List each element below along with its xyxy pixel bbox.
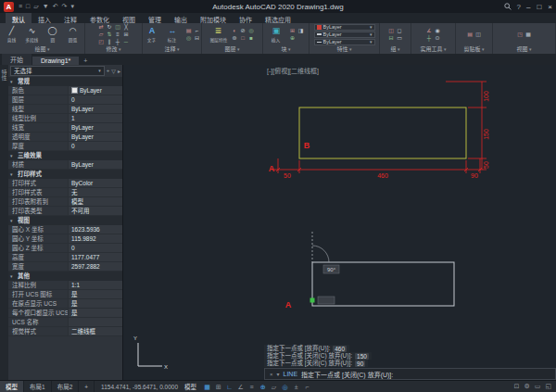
panel-label-layers[interactable]: 图层 [202, 45, 262, 54]
quick-access-icon[interactable]: ↶ [53, 3, 58, 10]
layers-small-icon[interactable]: ■ [247, 34, 256, 42]
annotation-tool-button[interactable]: ↔ 标注 [163, 26, 182, 44]
property-row[interactable]: 图层 0 [8, 95, 122, 105]
ribbon-tab[interactable]: 精选应用 [259, 13, 297, 23]
modify-tool-icon[interactable]: ⇅ [106, 31, 114, 38]
search-icon[interactable] [504, 3, 512, 10]
quick-access-icon[interactable]: ▾ [70, 3, 74, 10]
status-toggle-icon[interactable]: ◎ [280, 381, 290, 392]
ribbon-tab[interactable]: 参数化 [83, 13, 116, 23]
property-row[interactable]: 每个视口都显示 UCS 是 [8, 309, 122, 318]
property-row[interactable]: 打印样式 ByColor [8, 179, 122, 188]
ribbon-tab[interactable]: 协作 [233, 13, 259, 23]
layers-small-icon[interactable]: ◐ [231, 27, 239, 34]
panel-label-modify[interactable]: 修改 [85, 45, 142, 54]
layers-small-icon[interactable]: ◎ [247, 27, 256, 34]
property-row[interactable]: 打印表附着到 模型 [8, 197, 122, 207]
draw-tool-button[interactable]: ╱ 直线 [3, 26, 21, 44]
block-small-icon[interactable]: ⊞ [288, 27, 297, 34]
property-row[interactable]: 线型比例 1 [8, 114, 122, 123]
status-toggle-icon[interactable]: ∠ [235, 381, 246, 392]
property-row[interactable]: 打印样式表 无 [8, 188, 122, 197]
command-line[interactable]: × ▾ LINE 指定下一点或 [关闭(C) 放弃(U)]: [264, 368, 556, 380]
property-row[interactable]: 线宽 ByLayer [8, 123, 122, 133]
rectangle-top[interactable] [299, 107, 466, 158]
layout-tab[interactable]: 布局1 [24, 381, 52, 392]
close-icon[interactable]: × [270, 372, 273, 377]
property-row[interactable]: 透明度 ByLayer [8, 133, 122, 142]
modify-tool-icon[interactable]: ⊞ [122, 31, 131, 38]
bylayer-dropdown[interactable]: ByLayer ▾ [314, 39, 375, 45]
annotation-small-icon[interactable]: ◎ [184, 34, 193, 42]
property-row[interactable]: 在原点显示 UCS 是 [8, 299, 122, 309]
group-tool-icon[interactable]: ▭ [396, 34, 404, 42]
utility-tool-icon[interactable]: ∡ [425, 27, 434, 34]
file-tab-start[interactable]: 开始 [2, 54, 32, 65]
draw-tool-button[interactable]: ◠ 圆弧 [64, 26, 82, 44]
quick-access-icon[interactable]: □ [26, 3, 30, 10]
layers-small-icon[interactable]: □ [239, 34, 247, 42]
property-row[interactable]: 线型 ByLayer [8, 105, 122, 114]
new-tab-icon[interactable]: + [80, 57, 91, 65]
ribbon-tab[interactable]: 注释 [57, 13, 83, 23]
status-right-icon[interactable]: ◱ [545, 383, 551, 390]
annotation-tool-button[interactable]: A 文字 [143, 26, 161, 44]
property-row[interactable]: 圆心 X 坐标 1623.5936 [8, 225, 122, 234]
view-tool-icon[interactable]: ◳ [516, 31, 524, 38]
modify-tool-icon[interactable]: ▱ [97, 31, 106, 38]
panel-label-properties[interactable]: 特性 [310, 45, 379, 54]
panel-label-draw[interactable]: 绘图 [0, 45, 84, 54]
palette-header-icon[interactable]: ▽ [111, 68, 116, 74]
bylayer-dropdown[interactable]: ByLayer ▾ [314, 24, 375, 31]
property-row[interactable]: 注释比例 1:1 [8, 281, 122, 290]
palette-header-icon[interactable]: + [107, 68, 110, 74]
property-row[interactable]: 打印表类型 不可用 [8, 207, 122, 216]
ribbon-tab[interactable]: 管理 [142, 13, 168, 23]
quick-access-icon[interactable]: ▼ [43, 3, 49, 10]
modify-tool-icon[interactable]: ⇄ [97, 23, 106, 31]
ribbon-tab[interactable]: 默认 [6, 13, 32, 23]
panel-label-block[interactable]: 块 [263, 45, 309, 54]
window-control-button[interactable]: – [526, 3, 530, 11]
property-row[interactable]: 材质 ByLayer [8, 160, 122, 170]
modify-tool-icon[interactable]: ◰ [97, 38, 106, 45]
utility-tool-icon[interactable]: ⊙ [434, 34, 442, 42]
annotation-small-icon[interactable]: ⌐ [193, 27, 201, 34]
quick-access-icon[interactable]: ▱ [33, 3, 38, 10]
layout-tab[interactable]: 模型 [0, 381, 24, 392]
layers-small-icon[interactable]: ⊛ [231, 34, 239, 42]
group-tool-icon[interactable]: ⊟ [387, 34, 396, 42]
quick-access-icon[interactable]: ↷ [62, 3, 68, 10]
status-toggle-icon[interactable]: ≡ [246, 381, 257, 392]
modify-tool-icon[interactable]: ≡ [114, 31, 122, 38]
status-toggle-icon[interactable]: ▱ [269, 381, 279, 392]
palette-header-icon[interactable]: ▸ [118, 68, 120, 74]
recent-commands-icon[interactable]: ▾ [277, 371, 280, 377]
status-right-icon[interactable]: ⊡ [514, 383, 520, 390]
model-space-canvas[interactable]: [-][俯视][二维线框] 50 460 90 [123, 65, 556, 380]
help-icon[interactable]: ? [517, 3, 521, 11]
status-right-icon[interactable]: ⚙ [524, 383, 529, 390]
property-row[interactable]: 视觉样式 二维线框 [8, 327, 122, 336]
draw-tool-button[interactable]: ◯ 圆 [44, 26, 62, 44]
palette-section-3d[interactable]: ▾ 三维效果 [8, 151, 122, 160]
block-small-icon[interactable]: ⊕ [288, 34, 297, 42]
annotation-small-icon[interactable]: ⊟ [193, 34, 201, 42]
ribbon-tab[interactable]: 视图 [116, 13, 142, 23]
panel-label-group[interactable]: 组 [380, 45, 411, 54]
status-right-icon[interactable]: ▭ [535, 383, 541, 390]
status-toggle-icon[interactable]: ± [291, 381, 301, 392]
group-tool-icon[interactable]: ◫ [387, 27, 396, 34]
property-row[interactable]: 厚度 0 [8, 142, 122, 151]
property-row[interactable]: 圆心 Z 坐标 0 [8, 244, 122, 253]
view-tool-icon[interactable]: ▦ [524, 31, 533, 38]
layout-tab[interactable]: + [79, 381, 95, 392]
palette-section-plot[interactable]: ▾ 打印样式 [8, 170, 122, 179]
modify-tool-icon[interactable]: ─ [122, 38, 131, 45]
panel-label-view[interactable]: 视图 [493, 45, 555, 54]
bylayer-dropdown[interactable]: ByLayer ▾ [314, 32, 375, 38]
status-toggle-icon[interactable]: ⊞ [213, 381, 223, 392]
modify-tool-icon[interactable]: ↻ [106, 23, 114, 31]
status-toggle-icon[interactable]: ⌐ [302, 381, 312, 392]
draw-tool-button[interactable]: ∿ 多段线 [23, 26, 42, 44]
